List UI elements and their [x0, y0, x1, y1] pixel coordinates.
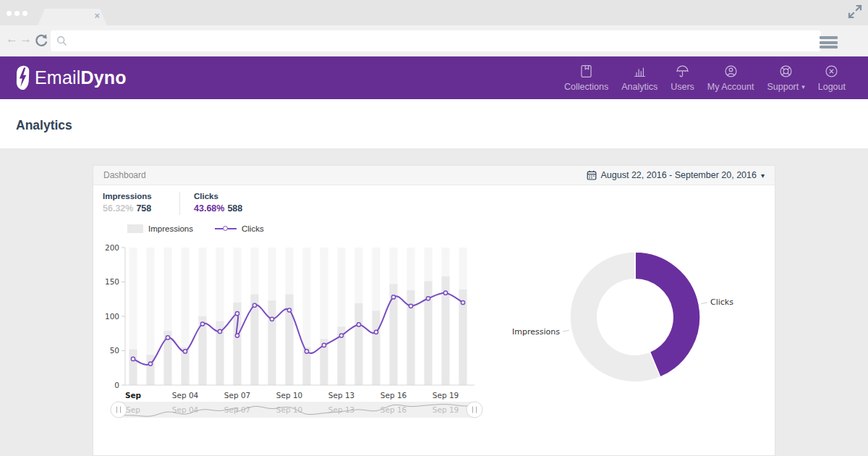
- tab-close-icon[interactable]: ×: [94, 10, 100, 21]
- window-dot[interactable]: [22, 11, 27, 16]
- line-marker: [252, 303, 256, 307]
- impressions-swatch-icon: [127, 224, 143, 233]
- line-marker: [287, 308, 291, 312]
- svg-text:Sep 04: Sep 04: [172, 391, 199, 400]
- line-marker: [166, 336, 169, 339]
- slider-handle-left[interactable]: [111, 402, 127, 418]
- calendar-icon: [587, 170, 597, 180]
- date-range-label: August 22, 2016 - September 20, 2016: [601, 170, 757, 180]
- line-marker: [339, 334, 343, 337]
- stat-percent: 56.32%: [103, 203, 133, 214]
- stats-divider: [179, 192, 180, 215]
- stat-label: Impressions: [103, 192, 169, 200]
- line-marker: [200, 322, 204, 326]
- screen: × ← → EmailDyno: [0, 0, 868, 456]
- svg-text:200: 200: [105, 243, 119, 252]
- brand-logo[interactable]: EmailDyno: [14, 65, 127, 90]
- stat-label: Clicks: [194, 192, 260, 200]
- nav-item-logout[interactable]: Logout: [812, 64, 852, 92]
- legend-item-impressions[interactable]: Impressions: [127, 224, 193, 233]
- card-header: Dashboard August 22, 2016 - September 20…: [93, 166, 775, 185]
- bar: [147, 355, 155, 385]
- stat-count: 758: [136, 203, 151, 214]
- line-marker: [235, 312, 239, 316]
- forward-button[interactable]: →: [20, 32, 32, 46]
- window-dot[interactable]: [14, 11, 20, 16]
- stat-values: 56.32%758: [103, 203, 169, 214]
- svg-text:50: 50: [110, 346, 119, 355]
- line-marker: [357, 323, 360, 326]
- stat-clicks: Clicks 43.68%588: [194, 192, 260, 214]
- bar-chart-icon: [632, 64, 647, 79]
- x-circle-icon: [824, 64, 839, 79]
- bar: [355, 303, 363, 385]
- legend-label: Impressions: [148, 224, 193, 233]
- chevron-down-icon: ▾: [761, 172, 765, 180]
- svg-text:0: 0: [114, 381, 119, 389]
- line-marker: [391, 295, 395, 299]
- line-marker: [183, 350, 187, 353]
- app-navbar: EmailDyno Collections Analytics: [0, 56, 868, 99]
- svg-text:150: 150: [105, 277, 119, 286]
- svg-text:Sep 16: Sep 16: [380, 391, 407, 400]
- stat-values: 43.68%588: [194, 203, 260, 214]
- combo-chart: 050100150200SepSep 04Sep 07Sep 10Sep 13S…: [101, 240, 506, 421]
- url-input[interactable]: [51, 30, 821, 51]
- line-marker: [235, 334, 239, 337]
- line-marker: [409, 304, 412, 308]
- svg-text:Sep 10: Sep 10: [276, 391, 303, 400]
- date-range-picker[interactable]: August 22, 2016 - September 20, 2016 ▾: [587, 170, 765, 180]
- page-title: Analytics: [0, 99, 868, 133]
- back-button[interactable]: ←: [6, 32, 18, 46]
- chevron-down-icon: ▾: [801, 83, 805, 90]
- nav-item-analytics[interactable]: Analytics: [615, 64, 664, 92]
- clicks-line-icon: [215, 228, 237, 229]
- line-marker: [270, 317, 273, 321]
- refresh-button[interactable]: [34, 33, 48, 48]
- line-marker: [322, 343, 326, 347]
- stat-percent: 43.68%: [194, 203, 224, 214]
- column-bands: [129, 248, 467, 385]
- slider-handle-right[interactable]: [467, 402, 482, 418]
- donut-chart: ClicksImpressions: [503, 245, 767, 397]
- stats-row: Impressions 56.32%758 Clicks 43.68%588: [103, 192, 260, 215]
- line-marker: [443, 291, 447, 295]
- slice-label: Impressions: [512, 327, 560, 337]
- window-dot[interactable]: [7, 11, 12, 16]
- bar: [268, 300, 276, 385]
- brand-name: EmailDyno: [35, 67, 127, 88]
- nav-item-support[interactable]: Support▾: [760, 64, 811, 92]
- svg-text:Sep 07: Sep 07: [224, 391, 251, 400]
- nav-menu: Collections Analytics Users: [558, 64, 852, 92]
- nav-item-users[interactable]: Users: [664, 64, 701, 92]
- legend-item-clicks[interactable]: Clicks: [215, 224, 264, 233]
- bolt-icon: [14, 65, 31, 90]
- line-marker: [131, 357, 135, 360]
- browser-topbar: ×: [0, 0, 868, 25]
- svg-text:Sep 19: Sep 19: [433, 391, 459, 400]
- dashboard-card: Dashboard August 22, 2016 - September 20…: [93, 165, 775, 456]
- umbrella-icon: [675, 64, 690, 79]
- expand-icon[interactable]: [848, 4, 862, 19]
- browser-tab[interactable]: ×: [38, 9, 107, 25]
- svg-text:Sep 10: Sep 10: [276, 405, 303, 414]
- range-navigator[interactable]: SepSep 04Sep 07Sep 10Sep 13Sep 16Sep 19: [111, 402, 482, 418]
- svg-text:Sep 13: Sep 13: [328, 391, 355, 400]
- line-marker: [461, 300, 464, 304]
- slice-label: Clicks: [710, 297, 733, 307]
- menu-button[interactable]: [820, 36, 838, 51]
- line-marker: [218, 329, 221, 333]
- svg-text:Sep 19: Sep 19: [433, 405, 459, 414]
- bar: [129, 350, 137, 385]
- line-marker: [305, 350, 308, 353]
- nav-item-my-account[interactable]: My Account: [701, 64, 761, 92]
- stat-count: 588: [227, 203, 242, 214]
- svg-text:Sep: Sep: [125, 391, 142, 400]
- card-title: Dashboard: [103, 170, 146, 180]
- legend-label: Clicks: [242, 224, 264, 233]
- browser-addressbar: ← →: [0, 25, 868, 56]
- stat-impressions: Impressions 56.32%758: [103, 192, 169, 214]
- nav-item-collections[interactable]: Collections: [558, 64, 615, 92]
- svg-text:Sep 16: Sep 16: [380, 405, 407, 414]
- svg-text:Sep: Sep: [126, 405, 140, 414]
